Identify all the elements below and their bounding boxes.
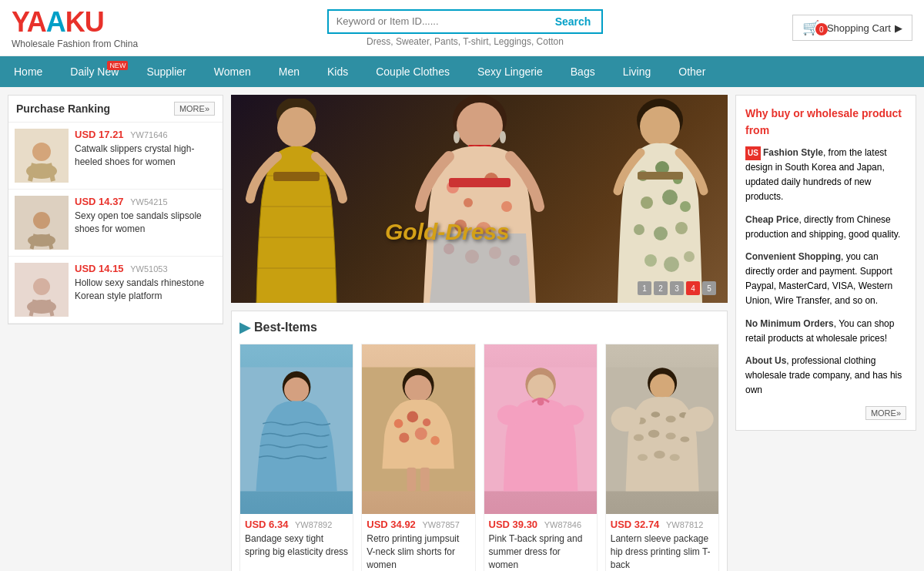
ranking-more-button[interactable]: MORE» xyxy=(174,102,215,116)
svg-point-47 xyxy=(662,190,678,205)
ranking-title: Purchase Ranking xyxy=(16,102,110,115)
nav-item-sexy-lingerie[interactable]: Sexy Lingerie xyxy=(464,56,557,87)
nav-item-supplier[interactable]: Supplier xyxy=(132,56,199,87)
svg-point-83 xyxy=(634,435,644,442)
svg-point-66 xyxy=(415,428,427,440)
svg-point-80 xyxy=(651,411,660,417)
search-row: Search xyxy=(327,9,604,34)
best-items-section: ▶ Best-Items xyxy=(231,311,728,571)
product-info-3: USD 39.30 YW87846 Pink T-back spring and… xyxy=(484,514,597,571)
fashion-label: Fashion Style xyxy=(763,147,823,158)
product-desc-4: Lantern sleeve package hip dress printin… xyxy=(611,532,714,571)
ranking-item[interactable]: USD 14.37 YW54215 Sexy open toe sandals … xyxy=(8,190,223,257)
product-svg-4 xyxy=(606,344,718,514)
banner-figure-right-svg xyxy=(608,99,712,303)
svg-point-90 xyxy=(611,407,640,432)
why-point-price: Cheap Price, directly from Chinese produ… xyxy=(745,213,906,242)
svg-point-89 xyxy=(669,454,679,461)
logo-a2: A xyxy=(46,6,65,38)
svg-point-4 xyxy=(32,143,51,161)
banner-figure-center xyxy=(407,95,553,303)
banner-dot-1[interactable]: 1 xyxy=(638,281,651,295)
ranking-item[interactable]: USD 14.15 YW51053 Hollow sexy sandals rh… xyxy=(8,257,223,324)
svg-point-86 xyxy=(680,437,689,442)
ranking-image-2 xyxy=(15,196,69,250)
logo-y: Y xyxy=(12,6,27,38)
nav-item-bags[interactable]: Bags xyxy=(557,56,609,87)
ranking-image-3 xyxy=(15,263,69,317)
nav-item-daily-new[interactable]: Daily New NEW xyxy=(56,56,132,87)
svg-rect-40 xyxy=(449,178,511,187)
svg-point-75 xyxy=(559,405,584,425)
new-badge: NEW xyxy=(107,61,128,70)
cart-area: 🛒 0 Shopping Cart ▶ xyxy=(792,15,912,41)
cart-label: Shopping Cart xyxy=(827,22,891,34)
product-card-3[interactable]: USD 39.30 YW87846 Pink T-back spring and… xyxy=(484,344,598,571)
banner-dot-3[interactable]: 3 xyxy=(670,281,684,295)
svg-point-26 xyxy=(454,131,460,143)
ranking-thumb-2 xyxy=(15,196,69,250)
svg-point-27 xyxy=(500,131,506,143)
why-box: Why buy or wholesale product from USFash… xyxy=(735,95,916,431)
nav-item-men[interactable]: Men xyxy=(265,56,313,87)
banner: Gold-Dress 1 2 3 4 5 xyxy=(231,95,728,303)
why-point-minimum: No Minimum Orders, You can shop retail p… xyxy=(745,317,906,346)
product-image-2 xyxy=(362,344,474,514)
banner-dot-2[interactable]: 2 xyxy=(654,281,668,295)
nav-item-women[interactable]: Women xyxy=(200,56,265,87)
svg-point-18 xyxy=(278,107,315,144)
section-title: ▶ Best-Items xyxy=(239,319,719,336)
svg-point-84 xyxy=(648,430,660,438)
logo-subtitle: Wholesale Fashion from China xyxy=(12,39,138,49)
svg-point-88 xyxy=(654,451,665,458)
svg-rect-69 xyxy=(420,468,430,492)
banner-dot-5[interactable]: 5 xyxy=(702,281,716,295)
why-point-about: About Us, professional clothing wholesal… xyxy=(745,354,906,398)
product-card-1[interactable]: USD 6.34 YW87892 Bandage sexy tight spri… xyxy=(239,344,353,571)
banner-dots: 1 2 3 4 5 xyxy=(638,281,716,295)
svg-point-65 xyxy=(400,432,410,442)
products-grid: USD 6.34 YW87892 Bandage sexy tight spri… xyxy=(239,344,719,571)
search-input[interactable] xyxy=(329,11,544,32)
search-button[interactable]: Search xyxy=(544,11,602,32)
shopping-label: Convenient Shopping xyxy=(745,251,841,262)
svg-point-85 xyxy=(665,432,675,439)
product-price-id-4: USD 32.74 YW87812 xyxy=(611,519,714,530)
svg-point-53 xyxy=(664,257,679,272)
ranking-desc-1: Catwalk slippers crystal high-heeled sho… xyxy=(75,143,216,169)
nav-item-home[interactable]: Home xyxy=(0,56,56,87)
product-svg-1 xyxy=(240,344,353,514)
logo-u: U xyxy=(85,6,104,38)
ranking-item[interactable]: USD 17.21 YW71646 Catwalk slippers cryst… xyxy=(8,123,223,190)
banner-dot-4[interactable]: 4 xyxy=(686,281,700,295)
product-price-id-3: USD 39.30 YW87846 xyxy=(489,519,592,530)
ranking-thumb-1 xyxy=(15,129,69,183)
ranking-price-2: USD 14.37 YW54215 xyxy=(75,196,216,207)
product-card-2[interactable]: USD 34.92 YW87857 Retro printing jumpsui… xyxy=(361,344,475,571)
nav-item-other[interactable]: Other xyxy=(665,56,719,87)
nav-item-kids[interactable]: Kids xyxy=(313,56,362,87)
product-svg-3 xyxy=(484,344,597,514)
nav-item-living[interactable]: Living xyxy=(609,56,665,87)
nav-item-couple-clothes[interactable]: Couple Clothes xyxy=(362,56,464,87)
shopping-cart-button[interactable]: 🛒 0 Shopping Cart ▶ xyxy=(792,15,912,41)
cart-badge: 0 xyxy=(815,23,828,35)
banner-figure-left-svg xyxy=(243,99,350,303)
product-desc-3: Pink T-back spring and summer dress for … xyxy=(489,532,592,571)
ranking-header: Purchase Ranking MORE» xyxy=(8,96,223,123)
svg-point-25 xyxy=(457,102,503,149)
svg-point-50 xyxy=(654,227,668,240)
product-card-4[interactable]: USD 32.74 YW87812 Lantern sleeve package… xyxy=(605,344,719,571)
why-point-shopping: Convenient Shopping, you can directly or… xyxy=(745,250,906,309)
svg-point-62 xyxy=(394,419,403,428)
product-desc-2: Retro printing jumpsuit V-neck slim shor… xyxy=(367,532,470,571)
right-sidebar: Why buy or wholesale product from USFash… xyxy=(735,95,916,571)
us-flag: US xyxy=(745,146,761,160)
product-info-4: USD 32.74 YW87812 Lantern sleeve package… xyxy=(606,514,718,571)
header: YAAKU Wholesale Fashion from China Searc… xyxy=(0,0,924,56)
why-more-button[interactable]: MORE» xyxy=(865,406,906,420)
ranking-info-3: USD 14.15 YW51053 Hollow sexy sandals rh… xyxy=(75,263,216,303)
banner-figure-right xyxy=(608,99,712,303)
banner-figure-left xyxy=(243,99,350,303)
price-label: Cheap Price xyxy=(745,214,798,225)
